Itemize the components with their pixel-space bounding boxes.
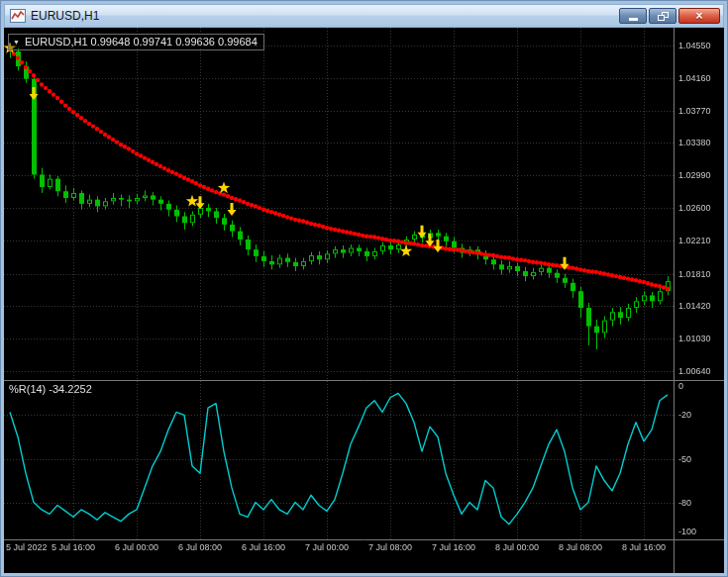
minimize-icon: [629, 18, 638, 21]
price-axis-label: 1.04160: [678, 73, 711, 83]
time-axis-label: 8 Jul 16:00: [622, 542, 666, 552]
chevron-down-icon: ▼: [13, 39, 20, 46]
time-axis-label: 5 Jul 16:00: [52, 542, 95, 552]
close-button[interactable]: ×: [678, 8, 720, 24]
indicator-axis-label: -20: [678, 410, 691, 420]
price-axis-label: 1.01810: [678, 269, 711, 279]
price-chart-canvas[interactable]: [4, 28, 724, 573]
time-axis-label: 8 Jul 00:00: [495, 542, 539, 552]
chart-window: EURUSD,H1 × ▼ EURUSD,H1 0.99648 0.99741 …: [0, 0, 728, 577]
time-axis-label: 7 Jul 08:00: [368, 542, 412, 552]
window-title: EURUSD,H1: [31, 9, 619, 23]
chart-icon: [10, 9, 26, 23]
price-axis-label: 1.02600: [678, 203, 711, 213]
window-titlebar[interactable]: EURUSD,H1 ×: [4, 4, 724, 28]
time-axis[interactable]: 5 Jul 20225 Jul 16:006 Jul 00:006 Jul 08…: [4, 541, 674, 556]
indicator-label: %R(14) -34.2252: [9, 383, 92, 395]
price-axis[interactable]: 1.045501.041601.037701.033801.029901.026…: [675, 28, 724, 573]
price-axis-label: 1.01030: [678, 334, 711, 343]
restore-icon: [658, 12, 669, 21]
symbol-ohlc-label[interactable]: ▼ EURUSD,H1 0.99648 0.99741 0.99636 0.99…: [8, 34, 264, 50]
window-controls: ×: [619, 8, 720, 24]
indicator-axis-label: -100: [678, 527, 696, 536]
price-axis-label: 1.00640: [678, 366, 711, 376]
price-axis-label: 1.01420: [678, 301, 711, 311]
restore-button[interactable]: [649, 8, 676, 24]
time-axis-label: 6 Jul 00:00: [115, 542, 158, 552]
time-axis-label: 6 Jul 16:00: [242, 542, 285, 552]
indicator-axis-label: -50: [678, 454, 691, 464]
time-axis-label: 6 Jul 08:00: [178, 542, 222, 552]
chart-area: ▼ EURUSD,H1 0.99648 0.99741 0.99636 0.99…: [4, 28, 724, 573]
indicator-axis-label: -80: [678, 498, 691, 508]
price-axis-label: 1.03380: [678, 138, 711, 147]
price-axis-label: 1.04550: [678, 41, 711, 50]
time-axis-label: 7 Jul 16:00: [432, 542, 475, 552]
price-axis-label: 1.03770: [678, 106, 711, 116]
time-axis-label: 7 Jul 00:00: [305, 542, 349, 552]
price-axis-label: 1.02210: [678, 236, 711, 245]
minimize-button[interactable]: [619, 8, 647, 24]
time-axis-label: 5 Jul 2022: [6, 542, 48, 552]
time-axis-label: 8 Jul 08:00: [559, 542, 602, 552]
symbol-ohlc-text: EURUSD,H1 0.99648 0.99741 0.99636 0.9968…: [25, 36, 258, 48]
close-icon: ×: [695, 10, 702, 22]
price-axis-label: 1.02990: [678, 170, 711, 180]
indicator-axis-label: 0: [678, 381, 683, 391]
